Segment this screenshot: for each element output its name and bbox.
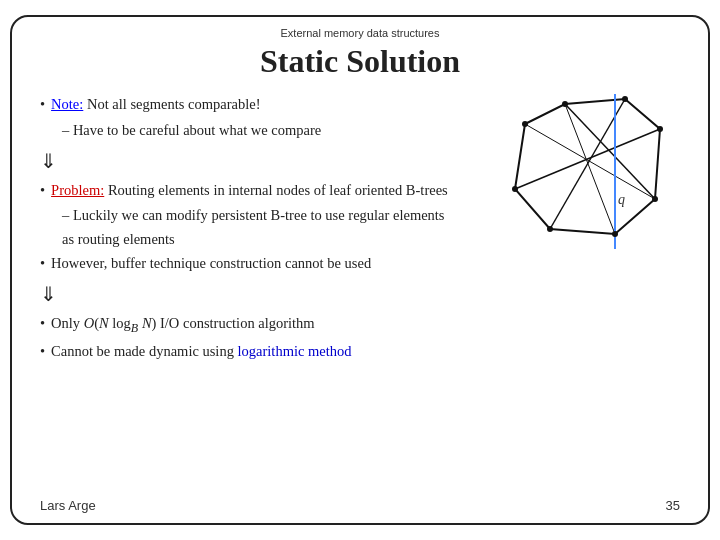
- note-sub: – Have to be careful about what we compa…: [62, 120, 485, 142]
- svg-point-9: [657, 126, 663, 132]
- diagram-q-label: q: [618, 192, 625, 207]
- problem-sub2: as routing elements: [62, 229, 485, 251]
- svg-point-11: [612, 231, 618, 237]
- svg-point-7: [562, 101, 568, 107]
- diagram-svg: q: [495, 94, 680, 254]
- diagram-area: q: [495, 94, 680, 254]
- svg-line-3: [515, 129, 660, 189]
- bullet-5: •: [40, 341, 45, 363]
- footer: Lars Arge 35: [40, 498, 680, 513]
- svg-point-14: [522, 121, 528, 127]
- however-text: However, buffer technique construction c…: [51, 253, 371, 275]
- problem-label: Problem:: [51, 182, 104, 198]
- svg-point-10: [652, 196, 658, 202]
- note-label: Note:: [51, 96, 83, 112]
- slide-container: External memory data structures Static S…: [10, 15, 710, 525]
- cannot-bullet: • Cannot be made dynamic using logarithm…: [40, 341, 485, 363]
- svg-marker-0: [515, 99, 660, 234]
- problem-text: Problem: Routing elements in internal no…: [51, 180, 448, 202]
- bullet-1: •: [40, 94, 45, 116]
- header-subtitle: External memory data structures: [40, 27, 680, 39]
- log-method-link: logarithmic method: [238, 343, 352, 359]
- footer-page: 35: [666, 498, 680, 513]
- svg-line-5: [525, 124, 655, 199]
- text-content: • Note: Not all segments comparable! – H…: [40, 94, 485, 366]
- svg-line-1: [565, 104, 655, 199]
- bullet-2: •: [40, 180, 45, 202]
- note-text: Note: Not all segments comparable!: [51, 94, 260, 116]
- svg-point-8: [622, 96, 628, 102]
- bullet-4: •: [40, 313, 45, 335]
- bullet-3: •: [40, 253, 45, 275]
- double-arrow-2: ⇓: [40, 279, 485, 309]
- svg-line-2: [550, 99, 625, 229]
- slide-title: Static Solution: [40, 43, 680, 80]
- however-bullet: • However, buffer technique construction…: [40, 253, 485, 275]
- cannot-text: Cannot be made dynamic using logarithmic…: [51, 341, 351, 363]
- svg-point-13: [512, 186, 518, 192]
- svg-point-12: [547, 226, 553, 232]
- note-bullet: • Note: Not all segments comparable!: [40, 94, 485, 116]
- double-arrow-1: ⇓: [40, 146, 485, 176]
- svg-line-4: [565, 104, 615, 234]
- problem-sub1: – Luckily we can modify persistent B-tre…: [62, 205, 485, 227]
- content-area: • Note: Not all segments comparable! – H…: [40, 94, 680, 366]
- only-text: Only O(N logB N) I/O construction algori…: [51, 313, 315, 337]
- only-bullet: • Only O(N logB N) I/O construction algo…: [40, 313, 485, 337]
- problem-bullet: • Problem: Routing elements in internal …: [40, 180, 485, 202]
- footer-author: Lars Arge: [40, 498, 96, 513]
